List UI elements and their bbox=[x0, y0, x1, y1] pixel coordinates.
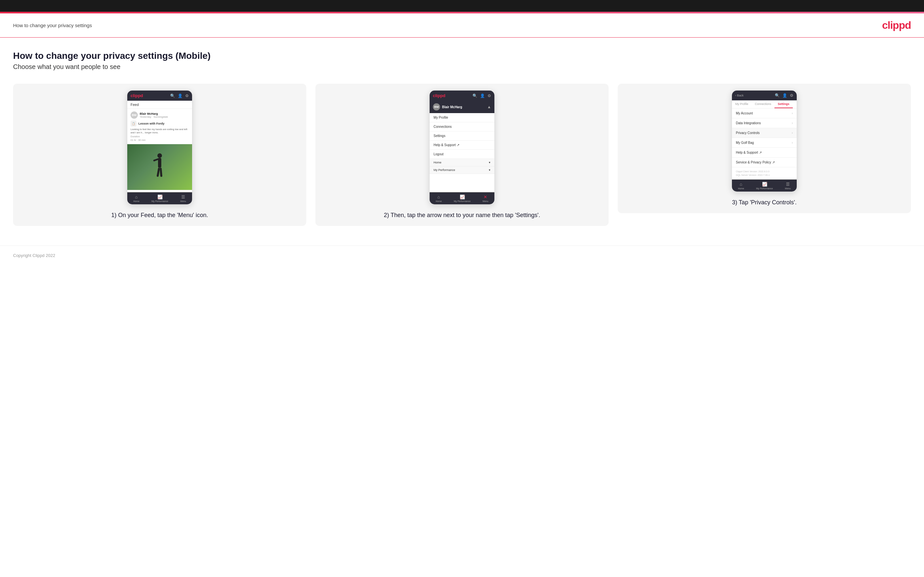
settings-service-privacy[interactable]: Service & Privacy Policy ↗ bbox=[732, 158, 797, 168]
phone-1-icons: 🔍 👤 ⚙ bbox=[170, 93, 189, 98]
performance-icon-3: 📈 bbox=[762, 182, 767, 187]
performance-label: My Performance bbox=[152, 200, 168, 202]
my-profile-label: My Profile bbox=[433, 116, 448, 119]
steps-row: clippd 🔍 👤 ⚙ Feed BM Blair McHarg bbox=[13, 84, 911, 226]
user-date: Yesterday · Sunningdale bbox=[140, 115, 168, 118]
step-1-card: clippd 🔍 👤 ⚙ Feed BM Blair McHarg bbox=[13, 84, 306, 226]
search-icon-3: 🔍 bbox=[775, 93, 780, 98]
settings-my-golf-bag[interactable]: My Golf Bag › bbox=[732, 138, 797, 148]
my-account-label: My Account bbox=[736, 111, 753, 115]
home-icon-2: ⌂ bbox=[438, 195, 440, 200]
service-privacy-label: Service & Privacy Policy ↗ bbox=[736, 161, 775, 164]
home-label: Home bbox=[133, 200, 139, 202]
tab-connections[interactable]: Connections bbox=[751, 100, 774, 108]
main-content: How to change your privacy settings (Mob… bbox=[0, 38, 924, 245]
phone-1: clippd 🔍 👤 ⚙ Feed BM Blair McHarg bbox=[127, 90, 192, 205]
home-label-3: Home bbox=[738, 187, 744, 190]
lesson-title: Lesson with Fordy bbox=[138, 122, 165, 125]
menu-label: Menu bbox=[180, 200, 186, 202]
feed-user-row: BM Blair McHarg Yesterday · Sunningdale bbox=[131, 111, 189, 119]
phone-3-bottom-nav: ⌂ Home 📈 My Performance ☰ Menu bbox=[732, 179, 797, 192]
page-subheading: Choose what you want people to see bbox=[13, 63, 911, 71]
menu-label-3: Menu bbox=[785, 187, 791, 190]
feed-tab: Feed bbox=[127, 101, 192, 109]
performance-chevron: ▾ bbox=[489, 168, 491, 172]
data-integrations-label: Data Integrations bbox=[736, 121, 761, 125]
version-text: Clippd Client Version: 2022.8.3-3 GQL Se… bbox=[732, 168, 797, 179]
step-1-description: 1) On your Feed, tap the 'Menu' icon. bbox=[111, 211, 208, 219]
settings-data-integrations[interactable]: Data Integrations › bbox=[732, 118, 797, 128]
menu-section-performance[interactable]: My Performance ▾ bbox=[430, 166, 494, 174]
tab-settings[interactable]: Settings bbox=[774, 100, 793, 108]
settings-icon-3: ⚙ bbox=[790, 93, 793, 98]
logout-label: Logout bbox=[433, 152, 444, 156]
close-icon: ✕ bbox=[484, 195, 487, 200]
copyright-text: Copyright Clippd 2022 bbox=[13, 253, 55, 258]
privacy-controls-chevron: › bbox=[792, 131, 793, 135]
settings-label: Settings bbox=[433, 134, 445, 138]
profile-icon-2: 👤 bbox=[480, 93, 485, 98]
avatar: BM bbox=[131, 111, 138, 119]
menu-item-logout[interactable]: Logout bbox=[430, 150, 494, 159]
nav-home[interactable]: ⌂ Home bbox=[133, 195, 139, 202]
search-icon-2: 🔍 bbox=[472, 93, 477, 98]
step-3-description: 3) Tap 'Privacy Controls'. bbox=[732, 198, 797, 206]
menu-user-name: Blair McHarg bbox=[442, 105, 462, 109]
menu-user-row: BM Blair McHarg ▲ bbox=[430, 101, 494, 113]
nav-menu-close[interactable]: ✕ Menu bbox=[483, 195, 488, 202]
lesson-duration: Duration bbox=[131, 135, 189, 138]
back-button[interactable]: ‹ Back bbox=[735, 94, 744, 97]
menu-item-help[interactable]: Help & Support ↗ bbox=[430, 140, 494, 150]
phone-1-bottom-nav: ⌂ Home 📈 My Performance ☰ Menu bbox=[127, 192, 192, 204]
phone-2: clippd 🔍 👤 ⚙ BM Blair McHarg ▲ bbox=[429, 90, 495, 205]
lesson-entry: 📋 Lesson with Fordy bbox=[131, 121, 189, 127]
home-chevron: ▾ bbox=[489, 161, 491, 164]
top-bar bbox=[0, 0, 924, 12]
settings-privacy-controls[interactable]: Privacy Controls › bbox=[732, 128, 797, 138]
tab-my-profile[interactable]: My Profile bbox=[732, 100, 751, 108]
home-label-2: Home bbox=[436, 200, 442, 202]
my-golf-bag-chevron: › bbox=[792, 141, 793, 145]
page-heading: How to change your privacy settings (Mob… bbox=[13, 51, 911, 61]
performance-icon: 📈 bbox=[157, 195, 163, 200]
profile-icon: 👤 bbox=[178, 93, 183, 98]
nav-performance-3[interactable]: 📈 My Performance bbox=[756, 182, 773, 190]
menu-item-settings[interactable]: Settings bbox=[430, 131, 494, 140]
nav-menu-3[interactable]: ☰ Menu bbox=[785, 182, 791, 190]
nav-performance[interactable]: 📈 My Performance bbox=[152, 195, 168, 202]
menu-item-connections[interactable]: Connections bbox=[430, 122, 494, 131]
menu-arrow-up[interactable]: ▲ bbox=[487, 105, 491, 109]
user-info: Blair McHarg Yesterday · Sunningdale bbox=[140, 112, 168, 118]
nav-menu[interactable]: ☰ Menu bbox=[180, 195, 186, 202]
lesson-time: 01 hr : 30 min bbox=[131, 139, 189, 142]
menu-section-home[interactable]: Home ▾ bbox=[430, 159, 494, 166]
home-icon-3: ⌂ bbox=[740, 182, 742, 187]
phone-1-body: Feed BM Blair McHarg Yesterday · Sunning… bbox=[127, 101, 192, 192]
nav-home-3[interactable]: ⌂ Home bbox=[738, 182, 744, 190]
phone-3: ‹ Back 🔍 👤 ⚙ My Profile Connections Sett… bbox=[732, 90, 797, 192]
header: How to change your privacy settings clip… bbox=[0, 13, 924, 38]
help-support-label: Help & Support ↗ bbox=[736, 151, 762, 154]
step-2-card: clippd 🔍 👤 ⚙ BM Blair McHarg ▲ bbox=[315, 84, 609, 226]
phone-1-header: clippd 🔍 👤 ⚙ bbox=[127, 90, 192, 101]
settings-icon-2: ⚙ bbox=[488, 93, 491, 98]
nav-home-2[interactable]: ⌂ Home bbox=[436, 195, 442, 202]
help-label: Help & Support ↗ bbox=[433, 143, 459, 147]
menu-item-my-profile[interactable]: My Profile bbox=[430, 113, 494, 122]
menu-items: My Profile Connections Settings Help & S… bbox=[430, 113, 494, 174]
connections-label: Connections bbox=[433, 125, 452, 129]
phone-2-logo: clippd bbox=[433, 93, 445, 98]
performance-icon-2: 📈 bbox=[460, 195, 465, 200]
phone-2-body: BM Blair McHarg ▲ My Profile Connections bbox=[430, 101, 494, 192]
phone-3-header: ‹ Back 🔍 👤 ⚙ bbox=[732, 90, 797, 100]
svg-rect-3 bbox=[157, 168, 160, 177]
logo: clippd bbox=[882, 19, 911, 31]
client-version: Clippd Client Version: 2022.8.3-3 bbox=[736, 170, 793, 174]
footer: Copyright Clippd 2022 bbox=[0, 245, 924, 265]
settings-my-account[interactable]: My Account › bbox=[732, 108, 797, 118]
home-section-label: Home bbox=[433, 161, 441, 164]
nav-performance-2[interactable]: 📈 My Performance bbox=[454, 195, 470, 202]
profile-icon-3: 👤 bbox=[782, 93, 787, 98]
settings-help-support[interactable]: Help & Support ↗ bbox=[732, 148, 797, 158]
search-icon: 🔍 bbox=[170, 93, 175, 98]
